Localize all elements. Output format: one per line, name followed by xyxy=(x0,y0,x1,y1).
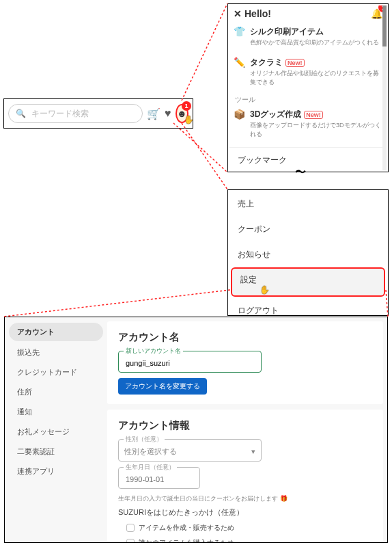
settings-main: アカウント名 新しいアカウント名 アカウント名を変更する アカウント情報 性別（… xyxy=(107,317,387,542)
gender-select[interactable]: 性別（任意） 性別を選択する ▾ xyxy=(118,439,262,462)
cart-icon[interactable]: 🛒 xyxy=(147,107,160,120)
menu-item-silk-print[interactable]: 👕 シルク印刷アイテム 色鮮やかで高品質な印刷のアイテムがつくれる xyxy=(229,22,387,53)
chevron-down-icon: ▾ xyxy=(251,447,255,456)
menu-item-label: 設定 xyxy=(240,275,257,284)
section-title-account-name: アカウント名 xyxy=(118,331,372,344)
menu-item-label: シルク印刷アイテム xyxy=(250,26,324,38)
menu-item-3d-goods[interactable]: 📦 3Dグッズ作成 New! 画像をアップロードするだけで3Dモデルがつくれる xyxy=(229,105,387,144)
cursor-icon: ✋ xyxy=(184,115,194,124)
reason-option-buy[interactable]: 誰かのアイテムを購入するため xyxy=(118,535,372,542)
checkbox-label: アイテムを作成・販売するため xyxy=(139,523,234,533)
search-input[interactable] xyxy=(30,108,135,119)
ellipsis-wave: 〜 xyxy=(295,165,306,180)
section-title-account-info: アカウント情報 xyxy=(118,419,372,432)
pen-icon: ✏️ xyxy=(234,57,245,68)
menu-item-settings[interactable]: 設定 ✋ xyxy=(231,267,385,297)
account-name-card: アカウント名 新しいアカウント名 アカウント名を変更する xyxy=(107,321,383,404)
menu-item-label: タクラミ xyxy=(250,57,283,68)
new-badge: New! xyxy=(285,59,305,67)
apparel-icon: 👕 xyxy=(234,26,245,37)
svg-line-1 xyxy=(173,123,227,172)
sidebar-item-address[interactable]: 住所 xyxy=(9,382,103,402)
sidebar-item-integrations[interactable]: 連携アプリ xyxy=(9,462,103,481)
sidebar-item-2fa[interactable]: 二要素認証 xyxy=(9,442,103,462)
notification-badge: 1 xyxy=(182,101,191,111)
menu-item-desc: 色鮮やかで高品質な印刷のアイテムがつくれる xyxy=(250,38,384,47)
checkbox-icon xyxy=(126,539,135,542)
bell-badge: 1 xyxy=(378,5,387,12)
menu-item-bookmark[interactable]: ブックマーク xyxy=(229,148,387,170)
svg-line-2 xyxy=(182,123,227,189)
bell-icon[interactable]: 🔔 1 xyxy=(371,8,382,19)
sidebar-item-notification[interactable]: 通知 xyxy=(9,402,103,422)
field-label: 新しいアカウント名 xyxy=(124,347,183,356)
account-dropdown-bottom: 売上 クーポン お知らせ 設定 ✋ ログアウト xyxy=(227,189,389,316)
avatar-menu-button[interactable]: ☻ 1 ✋ xyxy=(176,104,189,123)
dob-input[interactable] xyxy=(124,475,194,484)
heart-icon[interactable]: ♥ xyxy=(165,107,171,120)
sidebar-item-thanks-message[interactable]: お礼メッセージ xyxy=(9,422,103,442)
checkbox-icon xyxy=(126,524,135,532)
account-name-input[interactable] xyxy=(124,358,255,368)
settings-page: アカウント 振込先 クレジットカード 住所 通知 お礼メッセージ 二要素認証 連… xyxy=(4,317,388,543)
sidebar-item-bank[interactable]: 振込先 xyxy=(9,343,103,362)
account-dropdown-top: ✕ Hello! 🔔 1 👕 シルク印刷アイテム 色鮮やかで高品質な印刷のアイテ… xyxy=(227,3,389,172)
checkbox-label: 誰かのアイテムを購入するため xyxy=(139,538,234,542)
gender-value: 性別を選択する xyxy=(124,446,177,457)
menu-item-desc: オリジナル作品や似顔絵などのリクエストを募集できる xyxy=(250,69,384,87)
close-icon[interactable]: ✕ xyxy=(234,8,242,19)
svg-line-0 xyxy=(182,3,227,101)
section-label-tool: ツール xyxy=(229,92,387,105)
search-toolbar: 🔍 🛒 ♥ ☻ 1 ✋ xyxy=(3,98,193,129)
sidebar-item-credit-card[interactable]: クレジットカード xyxy=(9,362,103,382)
reason-title: SUZURIをはじめたきっかけ（任意） xyxy=(118,507,372,518)
svg-line-3 xyxy=(4,290,230,317)
search-icon: 🔍 xyxy=(16,109,26,118)
change-account-name-button[interactable]: アカウント名を変更する xyxy=(118,378,207,395)
menu-item-takurami[interactable]: ✏️ タクラミ New! オリジナル作品や似顔絵などのリクエストを募集できる xyxy=(229,53,387,92)
sidebar-item-account[interactable]: アカウント xyxy=(9,323,103,341)
account-info-card: アカウント情報 性別（任意） 性別を選択する ▾ 生年月日（任意） 生年月日の入… xyxy=(107,410,383,542)
account-name-field[interactable]: 新しいアカウント名 xyxy=(118,351,262,373)
dob-note: 生年月日の入力で誕生日の当日にクーポンをお届けします 🎁 xyxy=(118,494,372,503)
menu-item-news[interactable]: お知らせ xyxy=(229,242,387,267)
menu-item-coupon[interactable]: クーポン xyxy=(229,217,387,242)
search-input-wrapper[interactable]: 🔍 xyxy=(8,104,143,123)
menu-item-desc: 画像をアップロードするだけで3Dモデルがつくれる xyxy=(250,121,384,139)
menu-item-sales[interactable]: 売上 xyxy=(229,191,387,217)
settings-sidebar: アカウント 振込先 クレジットカード 住所 通知 お礼メッセージ 二要素認証 連… xyxy=(5,317,107,542)
field-label: 性別（任意） xyxy=(124,435,165,444)
dropdown-greeting: Hello! xyxy=(244,8,271,19)
cursor-icon: ✋ xyxy=(260,285,270,295)
dob-field[interactable]: 生年月日（任意） xyxy=(118,467,200,489)
new-badge: New! xyxy=(304,111,323,119)
reason-option-create-sell[interactable]: アイテムを作成・販売するため xyxy=(118,520,372,535)
dropdown-header: ✕ Hello! 🔔 1 xyxy=(229,5,387,22)
menu-item-label: 3Dグッズ作成 xyxy=(250,109,301,120)
cube-icon: 📦 xyxy=(234,109,245,120)
field-label: 生年月日（任意） xyxy=(124,463,177,472)
